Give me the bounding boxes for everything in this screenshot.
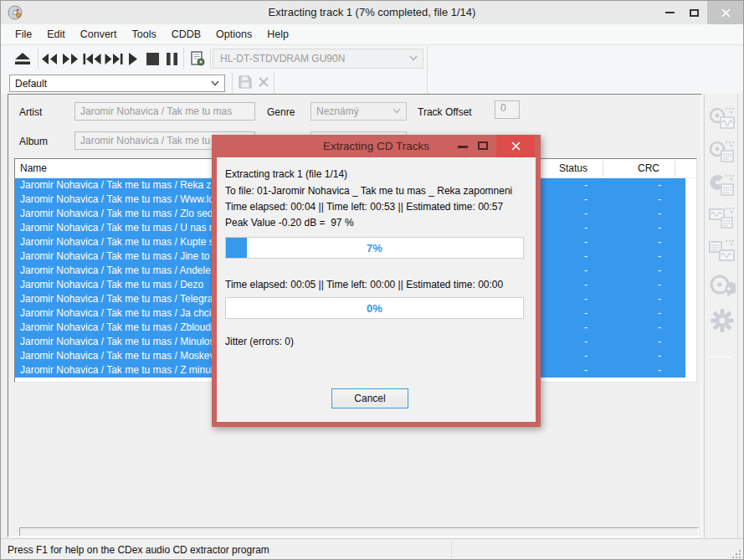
track-crc: - bbox=[584, 336, 661, 347]
chevron-down-icon bbox=[393, 108, 401, 114]
convert-wav-to-compressed-button[interactable] bbox=[708, 205, 736, 232]
track-crc: - bbox=[584, 208, 661, 219]
cd-to-file-icon bbox=[709, 140, 736, 165]
track-name: Jaromir Nohavica / Tak me tu mas / Dezo bbox=[20, 279, 203, 290]
cd-to-wav-icon bbox=[709, 106, 736, 131]
x-icon bbox=[259, 77, 269, 87]
track-progress-bar: 7% bbox=[225, 237, 524, 259]
track-crc: - bbox=[584, 250, 661, 262]
document-gear-icon bbox=[190, 51, 206, 67]
file-to-wav-icon bbox=[709, 239, 736, 264]
album-label: Album bbox=[19, 136, 48, 147]
genre-select[interactable]: Neznámý bbox=[310, 102, 407, 121]
resize-grip[interactable] bbox=[731, 548, 741, 558]
settings-button[interactable] bbox=[708, 307, 736, 334]
next-track-icon bbox=[105, 54, 123, 64]
genre-label: Genre bbox=[267, 106, 295, 118]
track-name: Jaromir Nohavica / Tak me tu mas / Www.l… bbox=[20, 193, 225, 205]
genre-select-value: Neznámý bbox=[316, 105, 359, 117]
dialog-minimize-button[interactable] bbox=[458, 146, 468, 148]
menu-options[interactable]: Options bbox=[208, 24, 259, 44]
convert-compressed-to-wav-button[interactable] bbox=[708, 238, 736, 265]
track-name: Jaromir Nohavica / Tak me tu mas / Kupte… bbox=[20, 236, 228, 248]
cdex-main-window: Extracting track 1 (7% completed, file 1… bbox=[0, 0, 744, 560]
track-name: Jaromir Nohavica / Tak me tu mas / Moske… bbox=[20, 350, 230, 362]
maximize-button[interactable] bbox=[682, 1, 706, 24]
title-bar: Extracting track 1 (7% completed, file 1… bbox=[1, 1, 743, 24]
close-button[interactable] bbox=[707, 1, 744, 24]
wav-to-file-icon bbox=[709, 206, 736, 231]
artist-field[interactable]: Jaromir Nohavica / Tak me tu mas bbox=[74, 102, 255, 121]
play-button[interactable] bbox=[125, 49, 141, 68]
stop-icon bbox=[146, 53, 159, 65]
track-name: Jaromir Nohavica / Tak me tu mas / Reka … bbox=[20, 179, 228, 191]
play-icon bbox=[128, 53, 138, 65]
minimize-button[interactable] bbox=[659, 1, 680, 24]
media-file-info-button[interactable] bbox=[708, 273, 736, 300]
stop-button[interactable] bbox=[143, 49, 162, 68]
delete-profile-button[interactable] bbox=[255, 74, 272, 90]
track-crc: - bbox=[584, 222, 661, 234]
menu-bar: File Edit Convert Tools CDDB Options Hel… bbox=[1, 24, 743, 44]
dialog-maximize-button[interactable] bbox=[478, 141, 488, 150]
profile-select-value: Default bbox=[15, 78, 47, 90]
total-progress-label: 0% bbox=[226, 298, 523, 318]
rewind-button[interactable] bbox=[39, 49, 59, 68]
track-offset-field[interactable]: 0 bbox=[495, 100, 520, 119]
pause-icon bbox=[167, 53, 177, 65]
track-crc: - bbox=[584, 179, 661, 191]
track-crc: - bbox=[584, 265, 661, 276]
menu-help[interactable]: Help bbox=[259, 24, 296, 44]
column-header-crc[interactable]: CRC bbox=[584, 162, 659, 174]
status-text: Press F1 for help on the CDex audio CD e… bbox=[8, 544, 269, 556]
drive-select-value: HL-DT-STDVDRAM GU90N bbox=[220, 53, 345, 64]
chevron-down-icon bbox=[211, 80, 219, 86]
extract-status-line: Extracting track 1 (file 1/14) bbox=[225, 168, 347, 180]
track-crc: - bbox=[584, 236, 661, 248]
fast-forward-icon bbox=[62, 54, 79, 64]
artist-label: Artist bbox=[19, 106, 42, 118]
jitter-line: Jitter (errors: 0) bbox=[225, 336, 294, 347]
dialog-title: Extracting CD Tracks bbox=[212, 135, 541, 157]
dialog-close-button[interactable] bbox=[496, 135, 535, 157]
to-file-line: To file: 01-Jaromir Nohavica _ Tak me tu… bbox=[225, 185, 512, 197]
column-header-name[interactable]: Name bbox=[20, 162, 47, 174]
cancel-button-label: Cancel bbox=[354, 393, 385, 404]
track-crc: - bbox=[584, 279, 661, 290]
drive-select[interactable]: HL-DT-STDVDRAM GU90N bbox=[213, 49, 423, 69]
dialog-content: Extracting track 1 (file 1/14) To file: … bbox=[217, 157, 536, 422]
extract-cd-to-wav-button[interactable] bbox=[708, 105, 736, 132]
track-crc: - bbox=[584, 350, 661, 362]
track-offset-label: Track Offset bbox=[418, 106, 472, 118]
track-time-line: Time elapsed: 00:04 || Time left: 00:53 … bbox=[225, 201, 503, 213]
chevron-down-icon bbox=[409, 55, 418, 61]
next-track-button[interactable] bbox=[103, 49, 124, 68]
track-crc: - bbox=[584, 293, 661, 305]
toolbar-band: HL-DT-STDVDRAM GU90N Default bbox=[1, 44, 743, 94]
window-title: Extracting track 1 (7% completed, file 1… bbox=[1, 1, 743, 24]
save-icon bbox=[239, 75, 252, 89]
track-name: Jaromir Nohavica / Tak me tu mas / Andel… bbox=[20, 265, 230, 276]
previous-track-button[interactable] bbox=[81, 49, 102, 68]
menu-convert[interactable]: Convert bbox=[73, 24, 125, 44]
extract-cd-to-compressed-button[interactable] bbox=[708, 139, 736, 166]
total-progress-bar: 0% bbox=[225, 297, 524, 319]
status-separator bbox=[451, 542, 452, 558]
track-name: Jaromir Nohavica / Tak me tu mas / Zblou… bbox=[20, 321, 228, 333]
cancel-button[interactable]: Cancel bbox=[331, 388, 408, 408]
pause-button[interactable] bbox=[163, 49, 180, 68]
eject-button[interactable] bbox=[11, 49, 34, 68]
save-profile-button[interactable] bbox=[237, 74, 254, 90]
fast-forward-button[interactable] bbox=[60, 49, 80, 68]
total-time-line: Time elapsed: 00:05 || Time left: 00:00 … bbox=[225, 279, 503, 290]
refresh-tracklist-button[interactable] bbox=[187, 49, 208, 68]
extract-partial-track-button[interactable] bbox=[708, 172, 736, 199]
cd-section-to-file-icon bbox=[709, 173, 736, 198]
menu-tools[interactable]: Tools bbox=[124, 24, 163, 44]
menu-edit[interactable]: Edit bbox=[39, 24, 73, 44]
profile-select[interactable]: Default bbox=[9, 74, 225, 92]
track-progress-label: 7% bbox=[226, 238, 523, 258]
previous-track-icon bbox=[83, 54, 101, 64]
menu-file[interactable]: File bbox=[8, 24, 39, 44]
menu-cddb[interactable]: CDDB bbox=[164, 24, 208, 44]
